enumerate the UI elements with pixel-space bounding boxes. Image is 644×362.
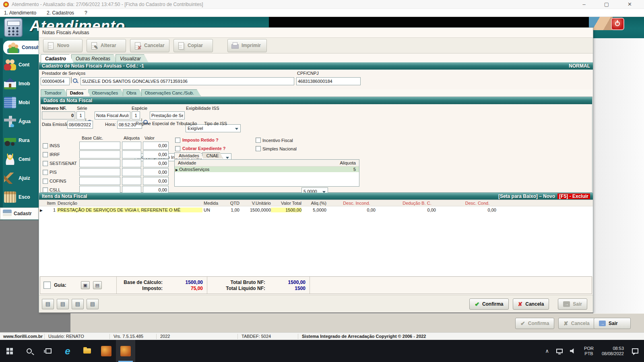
atividade-value: OutrosServiços	[179, 167, 209, 172]
guia-print-button[interactable]: ▤	[93, 281, 102, 289]
taskbar-search-button[interactable]	[19, 340, 39, 362]
sest-base-input[interactable]	[79, 159, 120, 167]
copiar-button[interactable]: Copiar	[173, 39, 213, 52]
nav-first-button[interactable]: ▤	[42, 299, 54, 309]
irrf-base-input[interactable]	[79, 150, 120, 158]
tray-expand-icon[interactable]: ∧	[542, 348, 553, 354]
prestador-label: Prestador de Serviços	[42, 71, 85, 76]
nav-last-button[interactable]: ▤	[87, 299, 99, 309]
tab-atividades[interactable]: Atividades	[174, 152, 204, 158]
clock[interactable]: 08:53 08/08/2022	[598, 346, 628, 356]
guia-checkbox[interactable]	[43, 282, 51, 289]
tab-observacoes-canc[interactable]: Observações Canc./Sub.	[141, 89, 201, 96]
base-calculo-value: 1500,00	[167, 280, 203, 285]
sidebar-item-rural[interactable]: Rura	[0, 131, 39, 150]
cpf-cnpj-input[interactable]	[296, 77, 361, 85]
irrf-aliquota-input[interactable]	[122, 150, 141, 158]
irrf-checkbox[interactable]	[43, 152, 48, 157]
nav-next-button[interactable]: ▤	[72, 299, 84, 309]
sidebar-item-cemiterio[interactable]: Cemi	[0, 150, 39, 169]
cofins-aliquota-input[interactable]	[122, 177, 141, 185]
especie-input[interactable]	[132, 111, 140, 119]
tab-observacoes[interactable]: Observações	[88, 89, 125, 96]
notification-icon[interactable]	[632, 348, 638, 354]
sidebar-item-consulta[interactable]: Consulta	[3, 41, 39, 54]
confirma-button[interactable]: ✔ Confirma	[469, 298, 508, 310]
cancela-button[interactable]: ✘ Cancela	[513, 298, 549, 310]
imposto-retido-checkbox[interactable]	[175, 138, 180, 143]
tab-obra[interactable]: Obra	[123, 89, 143, 96]
incentivo-fiscal-checkbox[interactable]	[256, 138, 261, 143]
close-icon[interactable]: ✕	[627, 1, 632, 7]
item-row[interactable]: 1 PRESTAÇÃO DE SERVIÇOS DE VIGIA I, REFE…	[39, 206, 593, 213]
task-view-button[interactable]	[39, 340, 58, 362]
inss-base-input[interactable]	[79, 142, 120, 150]
tab-cnae[interactable]: CNAE	[202, 152, 223, 158]
cobrar-expediente-checkbox[interactable]	[175, 146, 180, 151]
sidebar-item-imobiliario[interactable]: Imob	[0, 74, 39, 93]
cofins-checkbox[interactable]	[43, 179, 48, 184]
inss-aliquota-input[interactable]	[122, 142, 141, 150]
data-emissao-input[interactable]	[67, 121, 93, 129]
sair-button-disabled[interactable]: → Sair	[558, 298, 587, 310]
prestador-name-input[interactable]	[80, 77, 294, 85]
prestador-code-input[interactable]	[41, 77, 70, 85]
csll-checkbox[interactable]	[43, 187, 48, 193]
pis-base-input[interactable]	[79, 168, 120, 176]
guia-view-button[interactable]: ▣	[81, 281, 90, 289]
maximize-icon[interactable]: ▢	[604, 1, 609, 7]
sest-valor-input[interactable]	[143, 159, 169, 167]
sidebar-item-mobiliario[interactable]: Mobi	[0, 93, 39, 112]
menu-help[interactable]: ?	[85, 10, 87, 16]
imprimir-button[interactable]: Imprimir	[227, 39, 267, 52]
sidebar-item-agua[interactable]: Água	[0, 112, 39, 131]
sest-aliquota-input[interactable]	[122, 159, 141, 167]
sest-checkbox[interactable]	[43, 161, 48, 166]
pis-valor-input[interactable]	[143, 168, 169, 176]
alterar-button[interactable]: Alterar	[87, 39, 126, 52]
parent-confirma-button[interactable]: ✔ Confirma	[515, 318, 554, 329]
irrf-valor-input[interactable]	[143, 150, 169, 158]
sidebar-item-cadastro[interactable]: Cadastr	[0, 208, 39, 220]
speaker-icon[interactable]	[570, 348, 576, 354]
tab-dados[interactable]: Dados	[66, 89, 91, 96]
cancelar-button[interactable]: Cancelar	[130, 39, 169, 52]
menu-atendimento[interactable]: 1. Atendimento	[4, 10, 36, 16]
file-explorer-button[interactable]	[77, 340, 97, 362]
nav-prev-button[interactable]: ▤	[57, 299, 69, 309]
tab-tomador[interactable]: Tomador	[41, 89, 68, 96]
menu-cadastros[interactable]: 2. Cadastros	[47, 10, 74, 16]
app-button-1[interactable]	[97, 340, 116, 362]
pis-checkbox[interactable]	[43, 170, 48, 175]
parent-sair-button[interactable]: → Sair	[594, 318, 631, 329]
pis-aliquota-input[interactable]	[122, 168, 141, 176]
prestador-search-icon[interactable]	[71, 77, 72, 83]
novo-button[interactable]: Novo	[43, 39, 83, 52]
cofins-base-input[interactable]	[79, 177, 120, 185]
tab-visualizar[interactable]: Visualizar	[116, 54, 149, 63]
atividade-row[interactable]: OutrosServiços 5	[175, 167, 359, 172]
inss-valor-input[interactable]	[143, 142, 169, 150]
sidebar-item-ajuizamento[interactable]: Ajuiz	[0, 169, 39, 187]
app-button-atendimento[interactable]	[116, 340, 135, 362]
serie-input[interactable]	[76, 111, 85, 119]
especie-desc-input[interactable]	[150, 111, 185, 119]
tab-cadastro[interactable]: Cadastro	[41, 54, 74, 63]
statusbar: www.fiorilli.com.br Usuário: RENATO Vrs.…	[0, 332, 644, 340]
edge-button[interactable]	[58, 340, 77, 362]
numero-nf-input[interactable]	[42, 111, 75, 119]
start-button[interactable]	[0, 340, 19, 362]
sidebar-item-escola[interactable]: Esco	[0, 187, 39, 206]
inss-checkbox[interactable]	[43, 143, 48, 148]
simples-nacional-checkbox[interactable]	[256, 146, 261, 151]
sidebar-item-contribuinte[interactable]: Cont	[0, 55, 39, 74]
tab-outras-receitas[interactable]: Outras Receitas	[71, 54, 118, 63]
minimize-icon[interactable]: –	[583, 1, 586, 7]
language-indicator[interactable]: POR PTB	[580, 346, 598, 356]
status-site[interactable]: www.fiorilli.com.br	[3, 334, 43, 339]
cofins-valor-input[interactable]	[143, 177, 169, 185]
power-exit-button[interactable]	[611, 18, 624, 30]
serie-desc-input[interactable]	[95, 111, 130, 119]
network-icon[interactable]	[556, 349, 563, 353]
parent-cancela-button[interactable]: ✘ Cancela	[558, 318, 595, 329]
